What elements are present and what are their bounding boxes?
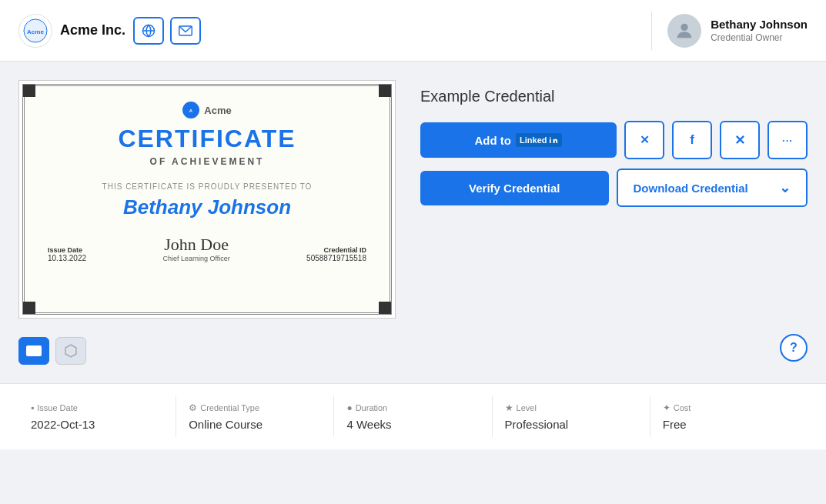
metadata-bar: ▪ Issue Date 2022-Oct-13 ⚙ Credential Ty… <box>0 383 826 449</box>
meta-issue-date-label: ▪ Issue Date <box>31 402 163 413</box>
header-user: Bethany Johnson Credential Owner <box>667 14 808 48</box>
cost-icon: ✦ <box>663 402 670 413</box>
meta-issue-date: ▪ Issue Date 2022-Oct-13 <box>18 396 176 437</box>
action-buttons: Add to Linked ✕ <box>420 121 808 207</box>
cert-title: CERTIFICATE <box>48 125 366 153</box>
cert-corner-tl <box>23 85 35 97</box>
svg-point-5 <box>681 23 687 30</box>
company-name: Acme Inc. <box>60 22 125 38</box>
cert-corner-br <box>379 302 391 314</box>
credential-title: Example Credential <box>420 88 808 105</box>
chevron-down-icon: ⌄ <box>779 179 791 196</box>
user-name: Bethany Johnson <box>711 18 808 31</box>
meta-cost: ✦ Cost Free <box>650 396 808 437</box>
right-panel: Example Credential Add to Linked <box>420 80 808 207</box>
xing-icon: ✕ <box>734 132 745 149</box>
duration-icon: ● <box>346 402 352 413</box>
verify-download-row: Verify Credential Download Credential ⌄ <box>420 169 808 207</box>
meta-level-value: Professional <box>505 418 637 431</box>
credential-id-value: 50588719715518 <box>306 254 366 262</box>
cert-signature: John Doe Chief Learning Officer <box>162 235 229 262</box>
header: Acme Acme Inc. <box>0 0 826 62</box>
cert-id: Credential ID 50588719715518 <box>306 246 366 262</box>
cert-logo-area: A Acme <box>48 102 366 118</box>
meta-level: ★ Level Professional <box>493 396 650 437</box>
svg-text:A: A <box>189 108 193 113</box>
meta-duration: ● Duration 4 Weeks <box>334 396 492 437</box>
header-divider <box>651 12 652 50</box>
header-left: Acme Acme Inc. <box>18 14 636 48</box>
svg-marker-11 <box>65 345 76 357</box>
badge-view-button[interactable] <box>55 337 86 365</box>
meta-level-label: ★ Level <box>505 402 637 413</box>
globe-button[interactable] <box>133 17 164 45</box>
level-label-text: Level <box>517 403 537 412</box>
bottom-row: ? <box>18 331 808 365</box>
download-label: Download Credential <box>634 182 748 195</box>
meta-duration-value: 4 Weeks <box>346 418 479 431</box>
linkedin-button[interactable]: Add to Linked <box>420 122 617 158</box>
svg-rect-9 <box>26 345 42 356</box>
cert-footer: Issue Date 10.13.2022 John Doe Chief Lea… <box>48 235 366 262</box>
facebook-button[interactable]: f <box>672 121 712 159</box>
user-role: Credential Owner <box>711 32 808 43</box>
certificate-wrapper: A Acme CERTIFICATE OF ACHIEVEMENT THIS C… <box>18 80 396 319</box>
verify-label: Verify Credential <box>469 182 560 195</box>
credential-type-label-text: Credential Type <box>200 403 259 412</box>
linkedin-brand: Linked <box>520 135 547 145</box>
meta-cost-label: ✦ Cost <box>663 402 795 413</box>
issue-date-label-text: Issue Date <box>37 403 78 412</box>
more-button[interactable]: ··· <box>767 121 808 159</box>
twitter-button[interactable]: ✕ <box>624 121 664 159</box>
help-button[interactable]: ? <box>780 334 808 362</box>
xing-button[interactable]: ✕ <box>720 121 760 159</box>
linkedin-row: Add to Linked ✕ <box>420 121 808 159</box>
meta-credential-type-label: ⚙ Credential Type <box>189 402 321 413</box>
view-toggles <box>18 337 86 365</box>
cert-subtitle: OF ACHIEVEMENT <box>48 156 366 167</box>
certificate-view-button[interactable] <box>18 337 49 365</box>
cert-presented-text: THIS CERTIFICATE IS PROUDLY PRESENTED TO <box>48 182 366 191</box>
linkedin-badge: Linked <box>516 133 562 147</box>
more-icon: ··· <box>782 135 793 146</box>
verify-button[interactable]: Verify Credential <box>420 171 609 205</box>
credential-id-label: Credential ID <box>306 246 366 254</box>
email-button[interactable] <box>170 17 201 45</box>
linkedin-label: Add to <box>475 134 511 147</box>
meta-credential-type-value: Online Course <box>189 418 321 431</box>
user-info: Bethany Johnson Credential Owner <box>711 18 808 43</box>
signature-name: John Doe <box>162 235 229 255</box>
cert-logo-icon: A <box>182 102 199 118</box>
cert-recipient: Bethany Johnson <box>48 195 366 219</box>
certificate: A Acme CERTIFICATE OF ACHIEVEMENT THIS C… <box>22 84 392 315</box>
duration-label-text: Duration <box>356 403 388 412</box>
avatar <box>667 14 701 48</box>
header-icons <box>133 17 201 45</box>
facebook-icon: f <box>690 132 694 148</box>
content-row: A Acme CERTIFICATE OF ACHIEVEMENT THIS C… <box>18 80 808 319</box>
company-logo: Acme <box>18 14 52 48</box>
cert-corner-tr <box>379 85 391 97</box>
download-button[interactable]: Download Credential ⌄ <box>617 169 808 207</box>
cert-issue-date: Issue Date 10.13.2022 <box>48 246 86 262</box>
meta-duration-label: ● Duration <box>346 402 479 413</box>
meta-cost-value: Free <box>663 418 795 431</box>
cert-logo-text: Acme <box>204 105 231 116</box>
issue-date-icon: ▪ <box>31 402 34 413</box>
help-icon: ? <box>790 341 798 355</box>
svg-text:Acme: Acme <box>27 28 44 35</box>
credential-type-icon: ⚙ <box>189 402 197 413</box>
main-content: A Acme CERTIFICATE OF ACHIEVEMENT THIS C… <box>0 62 826 383</box>
issue-date-label: Issue Date <box>48 246 86 254</box>
signer-title: Chief Learning Officer <box>162 255 229 262</box>
meta-issue-date-value: 2022-Oct-13 <box>31 418 163 431</box>
issue-date-value: 10.13.2022 <box>48 254 86 262</box>
cost-label-text: Cost <box>674 403 691 412</box>
twitter-icon: ✕ <box>640 133 650 147</box>
meta-credential-type: ⚙ Credential Type Online Course <box>176 396 334 437</box>
cert-corner-bl <box>23 302 35 314</box>
level-icon: ★ <box>505 402 513 413</box>
